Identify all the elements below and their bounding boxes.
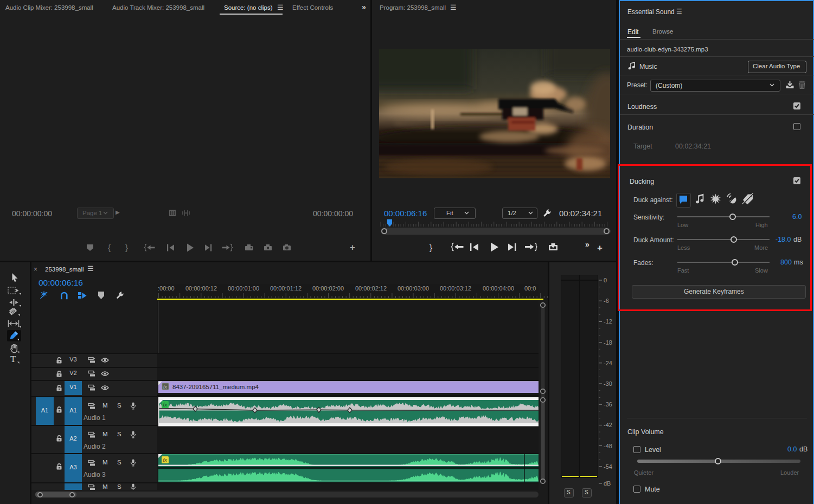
svg-text:}: } [125,243,128,252]
svg-text:-54: -54 [604,463,612,470]
svg-text:{: { [108,243,111,252]
svg-text:00:00:03:12: 00:00:03:12 [440,285,471,292]
svg-text:T: T [10,354,16,364]
svg-text:-36: -36 [604,401,612,408]
svg-text:00:0: 00:0 [524,285,536,292]
svg-text:00:00:00:12: 00:00:00:12 [185,285,217,292]
svg-text:00:00:02:00: 00:00:02:00 [312,285,344,292]
svg-text:}: } [430,243,432,252]
svg-text:-24: -24 [604,360,612,366]
svg-text:+: + [597,243,603,253]
svg-text:dB: dB [604,480,611,487]
svg-text:00:00:01:12: 00:00:01:12 [270,285,302,292]
svg-text:00:00:04:00: 00:00:04:00 [483,285,514,292]
svg-text:-30: -30 [604,380,612,387]
svg-text:-48: -48 [604,443,612,449]
svg-text:»: » [585,240,589,249]
svg-text:fx: fx [163,457,168,463]
svg-text:fx: fx [163,384,168,390]
svg-text:-42: -42 [604,422,612,428]
svg-text:-6: -6 [604,298,609,304]
svg-text:0: 0 [604,277,607,283]
svg-text:-18: -18 [604,339,612,346]
svg-text::00:00: :00:00 [158,285,175,292]
svg-text:00:00:01:00: 00:00:01:00 [228,285,259,292]
svg-text:-12: -12 [604,318,612,325]
svg-text:00:00:02:12: 00:00:02:12 [355,285,387,292]
svg-text:fx: fx [163,402,168,408]
svg-text:00:00:03:00: 00:00:03:00 [398,285,429,292]
svg-text:8437-209165711_medium.mp4: 8437-209165711_medium.mp4 [172,384,259,390]
